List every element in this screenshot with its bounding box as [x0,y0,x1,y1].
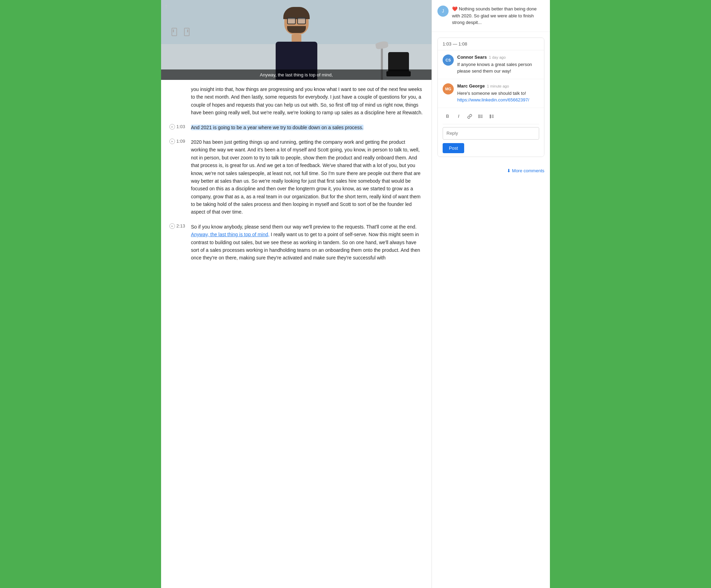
chevron-down-icon: ⬇ [507,168,511,173]
notif-emoji: ❤️ [452,6,459,11]
outlet-1 [172,28,177,36]
svg-point-5 [479,117,479,118]
comment-text-2-prefix: Here's someone we should talk to! [457,91,526,96]
post-button[interactable]: Post [443,143,464,153]
bullet-list-button[interactable] [476,111,486,121]
commenter-name-2: Marc George [457,83,485,89]
play-icon-2[interactable] [169,139,175,144]
video-player[interactable]: ↑ Anyway, the last thing is top of mind, [161,0,432,80]
more-comments-section: ⬇ More comments [432,163,550,179]
svg-text:3: 3 [490,117,491,118]
link-button[interactable] [465,111,475,121]
person-glasses [287,17,306,24]
glass-lens-left [287,17,296,24]
timestamp-3[interactable]: 2:13 [169,223,187,229]
comment-text-2: Here's someone we should talk to! https:… [457,90,539,103]
comment-item-1: CS Connor Sears 1 day ago If anyone know… [438,50,544,79]
notif-message: Nothing sounds better than being done wi… [452,6,537,25]
person-face [284,9,309,35]
svg-point-3 [479,115,479,115]
thread-timestamp-range: 1:03 — 1:08 [443,41,467,47]
comment-link-2[interactable]: https://www.linkedin.com/65662397/ [457,97,529,102]
transcript-text-1: And 2021 is going to be a year where we … [191,124,423,131]
person-neck [292,35,301,42]
transcript-paragraph-2: 1:09 2020 has been just getting things u… [169,138,423,216]
notif-text: ❤️ Nothing sounds better than being done… [452,6,544,26]
ordered-list-button[interactable]: 123 [487,111,497,121]
transcript-text-3: So if you know anybody, please send them… [191,223,423,262]
comment-item-2: MG Marc George 1 minute ago Here's someo… [438,79,544,108]
more-comments-link[interactable]: ⬇ More comments [437,168,544,173]
comment-header-2: Marc George 1 minute ago [457,83,539,89]
reply-input[interactable] [443,127,539,140]
transcript-paragraph-1: 1:03 And 2021 is going to be a year wher… [169,124,423,131]
video-caption-bar: Anyway, the last thing is top of mind, [161,69,432,80]
comment-header-1: Connor Sears 1 day ago [457,55,539,60]
left-panel: ↑ Anyway, the last thing is top of mind,… [161,0,432,588]
comment-time-2: 1 minute ago [487,84,509,88]
transcript-content: you insight into that, how things are pr… [161,80,432,274]
reply-area: B I 123 Post [438,108,544,157]
comment-thread: 1:03 — 1:08 CS Connor Sears 1 day ago If… [437,38,544,157]
more-comments-label: More comments [512,168,544,173]
transcript-text-0: you insight into that, how things are pr… [191,85,423,117]
timestamp-label-3: 2:13 [176,223,185,229]
comment-avatar-1: CS [443,55,454,66]
svg-point-4 [479,116,479,117]
glass-lens-right [297,17,306,24]
video-caption-text: Anyway, the last thing is top of mind, [260,72,333,77]
notif-avatar-initials: J [442,9,444,14]
chair-back [388,52,409,71]
wall-outlets [172,28,190,36]
comment-avatar-initials-1: CS [445,58,451,62]
notif-avatar: J [437,6,449,17]
outlet-2 [184,28,190,36]
comment-body-1: Connor Sears 1 day ago If anyone knows a… [457,55,539,75]
upload-icon-container: ↑ [165,3,168,10]
timestamp-label-2: 1:09 [176,139,185,144]
comment-time-1: 1 day ago [489,55,505,59]
comment-avatar-initials-2: MG [445,87,451,91]
timestamp-2[interactable]: 1:09 [169,138,187,144]
transcript-paragraph-0: you insight into that, how things are pr… [169,85,423,117]
thread-header: 1:03 — 1:08 [438,38,544,50]
timestamp-label-1: 1:03 [176,124,185,129]
highlighted-text: And 2021 is going to be a year where we … [191,125,363,130]
bold-button[interactable]: B [443,111,452,121]
commenter-name-1: Connor Sears [457,55,487,60]
person-beard [287,26,306,33]
comment-avatar-2: MG [443,83,454,94]
timestamp-1[interactable]: 1:03 [169,124,187,130]
transcript-text-2: 2020 has been just getting things up and… [191,138,423,216]
transcript-link[interactable]: Anyway, the last thing is top of mind, [191,232,269,237]
transcript-paragraph-3: 2:13 So if you know anybody, please send… [169,223,423,262]
right-panel: J ❤️ Nothing sounds better than being do… [432,0,550,588]
notification-bar: J ❤️ Nothing sounds better than being do… [432,0,550,32]
comment-body-2: Marc George 1 minute ago Here's someone … [457,83,539,103]
transcript-text-3-start: So if you know anybody, please send them… [191,224,417,230]
play-icon-1[interactable] [169,124,175,130]
formatting-toolbar: B I 123 [443,111,539,124]
upload-icon: ↑ [165,3,168,10]
comment-text-1: If anyone knows a great sales person ple… [457,61,539,75]
play-icon-3[interactable] [169,223,175,229]
italic-button[interactable]: I [454,111,463,121]
